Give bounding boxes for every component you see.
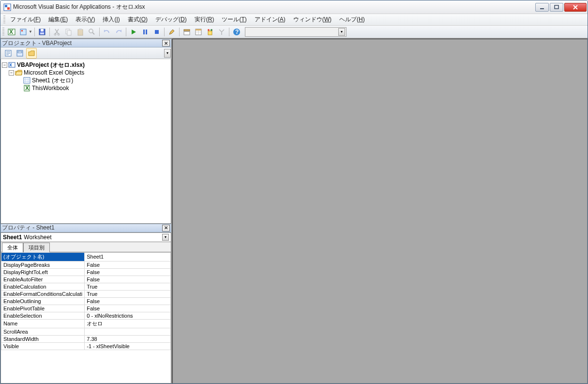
property-value[interactable]: False: [85, 297, 171, 305]
property-value[interactable]: 7.38: [85, 335, 171, 342]
view-code-button[interactable]: [3, 48, 14, 59]
properties-object-combo[interactable]: Sheet1 Worksheet ▾: [0, 232, 171, 242]
svg-rect-1: [5, 5, 7, 7]
property-row[interactable]: DisplayRightToLeftFalse: [1, 268, 171, 276]
left-dock: プロジェクト - VBAProject ✕ ▾ − VBAProject (オセ…: [0, 39, 172, 384]
project-tree[interactable]: − VBAProject (オセロ.xlsx) − Microsoft Exce…: [0, 59, 171, 224]
cut-button[interactable]: [52, 27, 62, 37]
project-panel-close[interactable]: ✕: [162, 40, 170, 46]
properties-grid[interactable]: (オブジェクト名)Sheet1DisplayPageBreaksFalseDis…: [0, 252, 171, 384]
svg-rect-26: [208, 31, 212, 35]
tree-item-sheet1[interactable]: Sheet1 (オセロ): [2, 77, 170, 84]
property-row[interactable]: EnableCalculationTrue: [1, 283, 171, 290]
procedure-combo[interactable]: ▾: [245, 27, 347, 37]
menu-d[interactable]: デバッグ(D): [151, 14, 191, 25]
tree-project-root[interactable]: − VBAProject (オセロ.xlsx): [2, 61, 170, 69]
tree-item-thisworkbook[interactable]: X ThisWorkbook: [2, 84, 170, 92]
svg-rect-15: [67, 31, 71, 35]
tab-category[interactable]: 項目別: [23, 243, 50, 252]
toolbar-grip[interactable]: [2, 28, 4, 36]
properties-panel-close[interactable]: ✕: [162, 225, 170, 231]
property-name: ScrollArea: [1, 328, 85, 335]
property-row[interactable]: ScrollArea: [1, 328, 171, 335]
property-value[interactable]: True: [85, 283, 171, 290]
undo-button[interactable]: [102, 27, 112, 37]
project-explorer-button[interactable]: [181, 27, 192, 37]
property-row[interactable]: EnableSelection0 - xlNoRestrictions: [1, 312, 171, 319]
design-mode-button[interactable]: [166, 27, 177, 37]
property-value[interactable]: 0 - xlNoRestrictions: [85, 312, 171, 319]
run-button[interactable]: [128, 27, 139, 37]
property-value[interactable]: Sheet1: [85, 252, 171, 261]
svg-rect-11: [40, 32, 44, 34]
property-name: EnablePivotTable: [1, 305, 85, 312]
menu-w[interactable]: ウィンドウ(W): [289, 14, 335, 25]
menu-a[interactable]: アドイン(A): [251, 14, 289, 25]
collapse-icon[interactable]: −: [9, 70, 14, 76]
property-value[interactable]: [85, 328, 171, 335]
mdi-client-area[interactable]: [172, 39, 588, 384]
maximize-button[interactable]: [550, 3, 563, 12]
view-excel-button[interactable]: X: [6, 27, 17, 37]
object-browser-button[interactable]: [205, 27, 215, 37]
help-button[interactable]: ?: [231, 27, 242, 37]
titlebar[interactable]: Microsoft Visual Basic for Applications …: [0, 0, 588, 14]
property-row[interactable]: DisplayPageBreaksFalse: [1, 261, 171, 268]
property-row[interactable]: Visible-1 - xlSheetVisible: [1, 342, 171, 350]
paste-button[interactable]: [75, 27, 86, 37]
toggle-folders-button[interactable]: [26, 48, 37, 59]
project-toolbar-dropdown[interactable]: ▾: [164, 49, 171, 58]
property-value[interactable]: True: [85, 290, 171, 297]
property-value[interactable]: False: [85, 268, 171, 276]
property-value[interactable]: False: [85, 276, 171, 283]
tab-all[interactable]: 全体: [2, 243, 23, 252]
menu-f[interactable]: ファイル(F): [6, 14, 45, 25]
svg-rect-23: [184, 31, 190, 35]
property-value[interactable]: オセロ: [85, 319, 171, 328]
svg-rect-4: [555, 5, 558, 9]
find-button[interactable]: [87, 27, 97, 37]
window-title: Microsoft Visual Basic for Applications …: [13, 3, 535, 11]
toolbox-button[interactable]: [216, 27, 227, 37]
break-button[interactable]: [140, 27, 151, 37]
collapse-icon[interactable]: −: [2, 62, 7, 68]
save-button[interactable]: [37, 27, 47, 37]
reset-button[interactable]: [151, 27, 162, 37]
property-value[interactable]: -1 - xlSheetVisible: [85, 342, 171, 350]
menu-r[interactable]: 実行(R): [191, 14, 218, 25]
insert-module-button[interactable]: [18, 27, 29, 37]
menu-i[interactable]: 挿入(I): [99, 14, 123, 25]
menu-o[interactable]: 書式(O): [124, 14, 151, 25]
combo-object-name: Sheet1: [3, 234, 22, 241]
property-row[interactable]: EnableAutoFilterFalse: [1, 276, 171, 283]
properties-tabs: 全体 項目別: [0, 242, 171, 252]
property-row[interactable]: StandardWidth7.38: [1, 335, 171, 342]
property-name: DisplayRightToLeft: [1, 268, 85, 276]
properties-panel-title[interactable]: プロパティ - Sheet1 ✕: [0, 224, 171, 232]
property-value[interactable]: False: [85, 305, 171, 312]
property-row[interactable]: EnablePivotTableFalse: [1, 305, 171, 312]
copy-button[interactable]: [63, 27, 74, 37]
tree-folder[interactable]: − Microsoft Excel Objects: [2, 69, 170, 77]
close-button[interactable]: [564, 3, 587, 12]
svg-rect-22: [184, 30, 190, 31]
minimize-button[interactable]: [535, 3, 549, 12]
menu-e[interactable]: 編集(E): [45, 14, 72, 25]
property-row[interactable]: EnableFormatConditionsCalculatiTrue: [1, 290, 171, 297]
property-name: EnableOutlining: [1, 297, 85, 305]
redo-button[interactable]: [113, 27, 124, 37]
menu-t[interactable]: ツール(T): [218, 14, 250, 25]
property-name: EnableCalculation: [1, 283, 85, 290]
project-toolbar: ▾: [0, 47, 171, 59]
property-value[interactable]: False: [85, 261, 171, 268]
property-row[interactable]: Nameオセロ: [1, 319, 171, 328]
menu-h[interactable]: ヘルプ(H): [335, 14, 369, 25]
property-row[interactable]: (オブジェクト名)Sheet1: [1, 252, 171, 261]
menu-v[interactable]: 表示(V): [72, 14, 99, 25]
svg-point-18: [89, 29, 93, 33]
view-object-button[interactable]: [15, 48, 25, 59]
menubar-grip[interactable]: [3, 15, 5, 24]
properties-window-button[interactable]: [193, 27, 204, 37]
project-panel-title[interactable]: プロジェクト - VBAProject ✕: [0, 39, 171, 47]
property-row[interactable]: EnableOutliningFalse: [1, 297, 171, 305]
